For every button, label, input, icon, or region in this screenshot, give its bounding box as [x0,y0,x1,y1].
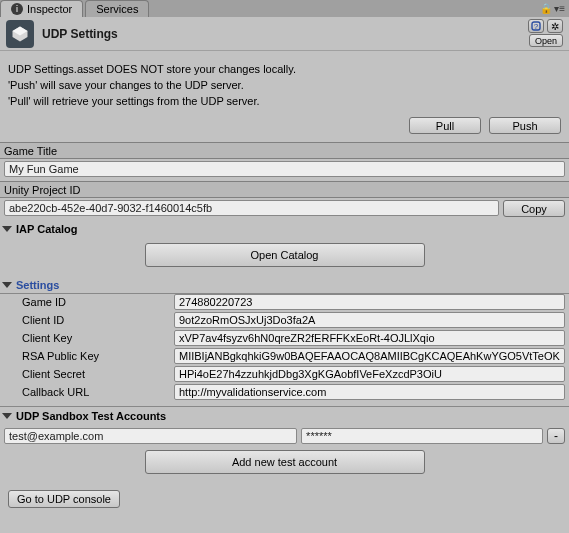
asset-title: UDP Settings [42,27,118,41]
sandbox-email-input[interactable] [4,428,297,444]
pull-push-row: Pull Push [0,113,569,142]
callback-url-input[interactable] [174,384,565,400]
lock-icon[interactable]: 🔒 [540,3,552,14]
tab-bar: i Inspector Services 🔒 ▾≡ [0,0,569,17]
copy-button[interactable]: Copy [503,200,565,217]
open-button[interactable]: Open [529,34,563,47]
header: UDP Settings ? ✲ Open [0,17,569,51]
rsa-public-key-label: RSA Public Key [4,350,174,362]
info-block: UDP Settings.asset DOES NOT store your c… [0,51,569,113]
tab-inspector-label: Inspector [27,3,72,15]
pane-menu-icon[interactable]: ▾≡ [554,3,565,14]
iap-catalog-label: IAP Catalog [16,223,78,235]
client-secret-label: Client Secret [4,368,174,380]
foldout-arrow-icon [2,226,12,232]
game-title-input[interactable] [4,161,565,177]
rsa-public-key-input[interactable] [174,348,565,364]
info-line-1: UDP Settings.asset DOES NOT store your c… [8,61,561,77]
sandbox-label: UDP Sandbox Test Accounts [16,410,166,422]
client-id-label: Client ID [4,314,174,326]
svg-text:?: ? [534,22,539,31]
settings-foldout[interactable]: Settings [0,277,569,294]
iap-catalog-foldout[interactable]: IAP Catalog [0,221,569,239]
game-title-label: Game Title [0,142,569,159]
sandbox-password-input[interactable] [301,428,543,444]
unity-project-id-label: Unity Project ID [0,181,569,198]
tab-services[interactable]: Services [85,0,149,17]
pull-button[interactable]: Pull [409,117,481,134]
add-test-account-button[interactable]: Add new test account [145,450,425,474]
sandbox-foldout[interactable]: UDP Sandbox Test Accounts [0,406,569,426]
remove-account-button[interactable]: - [547,428,565,444]
asset-icon [6,20,34,48]
foldout-arrow-icon [2,282,12,288]
unity-project-id-input[interactable] [4,200,499,216]
info-line-2: 'Push' will save your changes to the UDP… [8,77,561,93]
client-id-input[interactable] [174,312,565,328]
tab-inspector[interactable]: i Inspector [0,0,83,17]
client-secret-input[interactable] [174,366,565,382]
info-line-3: 'Pull' will retrieve your settings from … [8,93,561,109]
help-button[interactable]: ? [528,19,544,33]
open-catalog-button[interactable]: Open Catalog [145,243,425,267]
gear-icon[interactable]: ✲ [547,19,563,33]
info-icon: i [11,3,23,15]
tab-services-label: Services [96,3,138,15]
tabbar-right: 🔒 ▾≡ [540,0,565,17]
game-id-label: Game ID [4,296,174,308]
client-key-input[interactable] [174,330,565,346]
foldout-arrow-icon [2,413,12,419]
game-id-input[interactable] [174,294,565,310]
settings-label: Settings [16,279,59,291]
content-scroll: UDP Settings.asset DOES NOT store your c… [0,51,569,533]
push-button[interactable]: Push [489,117,561,134]
callback-url-label: Callback URL [4,386,174,398]
client-key-label: Client Key [4,332,174,344]
sandbox-account-row: - [4,428,565,444]
go-to-udp-console-button[interactable]: Go to UDP console [8,490,120,508]
